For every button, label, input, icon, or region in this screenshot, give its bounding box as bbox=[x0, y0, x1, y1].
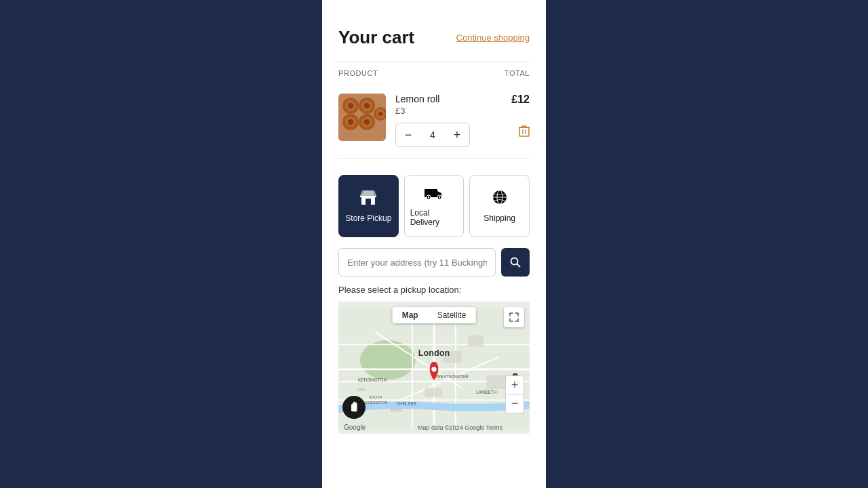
map-tab-satellite[interactable]: Satellite bbox=[428, 307, 476, 323]
map-attribution: Map data ©2024 Google Terms bbox=[418, 424, 502, 431]
svg-text:A3212: A3212 bbox=[391, 408, 401, 412]
svg-text:LAMBETH: LAMBETH bbox=[476, 390, 496, 394]
continue-shopping-link[interactable]: Continue shopping bbox=[456, 33, 530, 43]
delivery-option-shipping[interactable]: Shipping bbox=[469, 175, 530, 237]
product-unit-price: £3 bbox=[395, 106, 502, 116]
svg-point-34 bbox=[360, 340, 416, 380]
local-delivery-label: Local Delivery bbox=[410, 208, 458, 227]
product-total-price: £12 bbox=[511, 94, 530, 106]
svg-point-58 bbox=[431, 367, 436, 371]
svg-point-9 bbox=[348, 119, 353, 125]
address-search-input[interactable] bbox=[338, 248, 496, 277]
total-column-header: TOTAL bbox=[505, 69, 530, 77]
quantity-value: 4 bbox=[420, 129, 445, 140]
product-total-section: £12 bbox=[511, 94, 530, 140]
cart-page: Your cart Continue shopping PRODUCT TOTA… bbox=[322, 0, 546, 488]
quantity-decrease-button[interactable]: − bbox=[396, 123, 420, 146]
shopify-logo-map bbox=[342, 396, 366, 419]
product-column-header: PRODUCT bbox=[338, 69, 378, 77]
pickup-location-label: Please select a pickup location: bbox=[338, 285, 530, 295]
svg-text:A320: A320 bbox=[357, 388, 366, 392]
svg-point-3 bbox=[348, 103, 353, 108]
cart-header: Your cart Continue shopping bbox=[338, 27, 530, 48]
map-google-logo: Google bbox=[344, 424, 366, 431]
svg-rect-46 bbox=[425, 388, 441, 397]
map-zoom-controls: + − bbox=[505, 375, 524, 413]
svg-point-6 bbox=[364, 103, 370, 108]
svg-point-26 bbox=[428, 197, 429, 198]
svg-text:KENSINGTON: KENSINGTON bbox=[363, 401, 388, 405]
map-tab-map[interactable]: Map bbox=[393, 307, 428, 323]
shipping-icon bbox=[492, 189, 508, 208]
svg-text:WESTMINSTER: WESTMINSTER bbox=[437, 374, 469, 379]
svg-text:SOUTH: SOUTH bbox=[369, 395, 382, 399]
map-fullscreen-button[interactable] bbox=[504, 307, 524, 327]
table-header: PRODUCT TOTAL bbox=[338, 62, 530, 83]
svg-rect-45 bbox=[468, 336, 484, 346]
svg-text:KENSINGTON: KENSINGTON bbox=[358, 378, 387, 382]
product-info: Lemon roll £3 − 4 + bbox=[395, 94, 502, 147]
map-background: London KENSINGTON WESTMINSTER LAMBETH CH… bbox=[338, 302, 530, 434]
svg-point-12 bbox=[364, 119, 370, 125]
shipping-label: Shipping bbox=[484, 214, 515, 223]
product-image bbox=[338, 94, 386, 141]
store-pickup-icon bbox=[359, 189, 377, 208]
store-pickup-label: Store Pickup bbox=[345, 214, 391, 223]
search-button[interactable] bbox=[501, 248, 530, 277]
delivery-option-store-pickup[interactable]: Store Pickup bbox=[338, 175, 399, 237]
address-search-row bbox=[338, 248, 530, 277]
svg-text:CHELSEA: CHELSEA bbox=[396, 401, 416, 406]
svg-line-32 bbox=[517, 264, 520, 267]
quantity-increase-button[interactable]: + bbox=[445, 123, 469, 146]
svg-point-15 bbox=[378, 112, 382, 116]
product-name: Lemon roll bbox=[395, 94, 502, 104]
svg-rect-16 bbox=[519, 127, 529, 136]
delivery-option-local-delivery[interactable]: Local Delivery bbox=[404, 175, 465, 237]
map-zoom-out-button[interactable]: − bbox=[505, 394, 524, 413]
map-zoom-in-button[interactable]: + bbox=[505, 375, 524, 394]
quantity-control: − 4 + bbox=[395, 123, 470, 147]
map-container[interactable]: London KENSINGTON WESTMINSTER LAMBETH CH… bbox=[338, 302, 530, 434]
svg-point-27 bbox=[439, 197, 440, 198]
cart-title: Your cart bbox=[338, 27, 414, 48]
svg-rect-22 bbox=[360, 196, 376, 197]
map-view-toggle[interactable]: Map Satellite bbox=[393, 307, 476, 323]
svg-rect-21 bbox=[366, 199, 371, 205]
local-delivery-icon bbox=[425, 185, 443, 203]
product-row: Lemon roll £3 − 4 + £12 bbox=[338, 83, 530, 159]
svg-rect-23 bbox=[425, 189, 437, 197]
delete-product-button[interactable] bbox=[519, 125, 530, 140]
delivery-options: Store Pickup Local Delivery bbox=[338, 175, 530, 237]
svg-text:London: London bbox=[418, 348, 450, 358]
